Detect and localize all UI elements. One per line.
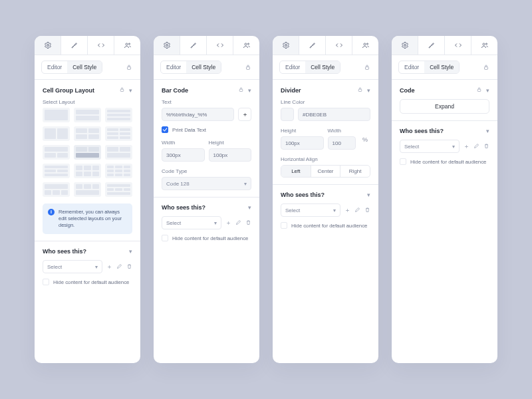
tab-people-icon[interactable]: [233, 36, 259, 55]
layout-tile[interactable]: [105, 108, 132, 122]
svg-point-17: [485, 43, 487, 45]
tab-settings-icon[interactable]: [154, 36, 180, 55]
chevron-down-icon[interactable]: ▾: [248, 204, 251, 211]
audience-select[interactable]: Select▾: [162, 216, 221, 229]
chevron-down-icon[interactable]: ▾: [129, 87, 132, 94]
lock-icon[interactable]: [481, 63, 491, 72]
line-color-input[interactable]: #DBE0EB: [298, 108, 370, 121]
height-input[interactable]: 100px: [209, 148, 252, 162]
svg-point-12: [366, 43, 368, 45]
tab-code-icon[interactable]: [88, 36, 114, 55]
layout-tile[interactable]: [74, 182, 101, 197]
width-input[interactable]: 300px: [162, 148, 205, 162]
layout-tile[interactable]: [105, 182, 132, 197]
tab-people-icon[interactable]: [114, 36, 140, 55]
tab-brush-icon[interactable]: [180, 36, 207, 55]
hide-checkbox[interactable]: [43, 279, 49, 285]
audience-select[interactable]: Select▾: [281, 203, 340, 217]
add-icon[interactable]: ＋: [225, 219, 231, 227]
tab-brush-icon[interactable]: [299, 36, 326, 55]
lock-icon[interactable]: [243, 63, 253, 72]
tab-brush-icon[interactable]: [61, 36, 88, 55]
text-label: Text: [162, 99, 251, 105]
pencil-icon[interactable]: [116, 263, 122, 271]
lock-icon[interactable]: [476, 86, 482, 94]
tab-editor[interactable]: Editor: [399, 61, 424, 73]
tab-settings-icon[interactable]: [35, 36, 61, 55]
height-input[interactable]: 100px: [281, 136, 324, 150]
hide-checkbox[interactable]: [400, 158, 406, 165]
add-icon[interactable]: ＋: [344, 206, 350, 215]
add-icon[interactable]: ＋: [106, 263, 112, 271]
chevron-down-icon[interactable]: ▾: [486, 128, 489, 134]
pencil-icon[interactable]: [473, 143, 479, 150]
tab-cell-style[interactable]: Cell Style: [305, 61, 340, 73]
layout-tile-selected[interactable]: [74, 145, 101, 160]
align-left[interactable]: Left: [281, 166, 311, 177]
tab-settings-icon[interactable]: [273, 36, 299, 55]
layout-tile[interactable]: [43, 126, 70, 141]
tab-editor[interactable]: Editor: [280, 61, 305, 73]
tab-cell-style[interactable]: Cell Style: [67, 61, 102, 73]
layout-tile[interactable]: [105, 145, 132, 160]
layout-tile[interactable]: [105, 126, 132, 141]
trash-icon[interactable]: [245, 219, 251, 227]
trash-icon[interactable]: [483, 143, 489, 150]
audience-select[interactable]: Select▾: [400, 140, 460, 153]
chevron-down-icon[interactable]: ▾: [248, 87, 251, 94]
trash-icon[interactable]: [126, 263, 132, 271]
tab-code-icon[interactable]: [207, 36, 233, 55]
layout-tile[interactable]: [43, 182, 70, 197]
lock-icon[interactable]: [357, 86, 363, 94]
tab-brush-icon[interactable]: [418, 36, 445, 55]
hide-checkbox[interactable]: [162, 235, 168, 241]
lock-icon[interactable]: [238, 86, 244, 94]
layout-tile[interactable]: [105, 164, 132, 178]
lock-icon[interactable]: [362, 63, 372, 72]
layout-tile[interactable]: [43, 164, 70, 178]
tab-code-icon[interactable]: [445, 36, 471, 55]
lock-icon[interactable]: [119, 86, 125, 94]
svg-point-16: [483, 43, 485, 45]
layout-tile[interactable]: [74, 126, 101, 141]
print-data-checkbox[interactable]: [162, 126, 168, 133]
tab-editor[interactable]: Editor: [42, 61, 67, 73]
tab-editor[interactable]: Editor: [161, 61, 186, 73]
tab-cell-style[interactable]: Cell Style: [186, 61, 221, 73]
chevron-down-icon[interactable]: ▾: [486, 87, 489, 94]
tab-cell-style[interactable]: Cell Style: [424, 61, 459, 73]
tab-people-icon[interactable]: [352, 36, 378, 55]
layout-tile[interactable]: [43, 145, 70, 160]
panel-barcode: EditorCell Style Bar Code▾ Text %%birthd…: [154, 36, 259, 363]
layout-tile[interactable]: [74, 164, 101, 178]
trash-icon[interactable]: [364, 207, 370, 214]
section-title: Cell Group Layout: [43, 87, 94, 94]
pencil-icon[interactable]: [354, 207, 360, 214]
pencil-icon[interactable]: [235, 219, 241, 227]
chevron-down-icon[interactable]: ▾: [129, 248, 132, 255]
section-divider: Divider▾ Line Color #DBE0EB Height100px …: [273, 80, 378, 185]
code-type-select[interactable]: Code 128▾: [162, 177, 251, 190]
layout-tile[interactable]: [74, 108, 101, 122]
expand-button[interactable]: Expand: [400, 99, 489, 114]
tab-people-icon[interactable]: [471, 36, 497, 55]
align-center[interactable]: Center: [311, 166, 341, 177]
editor-cellstyle-segment: Editor Cell Style: [41, 61, 102, 74]
color-swatch[interactable]: [281, 108, 294, 121]
align-right[interactable]: Right: [340, 166, 370, 177]
tab-settings-icon[interactable]: [392, 36, 418, 55]
svg-rect-13: [366, 67, 369, 70]
chevron-down-icon[interactable]: ▾: [367, 192, 370, 198]
svg-point-0: [47, 45, 49, 47]
add-variable-button[interactable]: ＋: [238, 108, 251, 121]
audience-select[interactable]: Select▾: [43, 260, 102, 273]
chevron-down-icon[interactable]: ▾: [367, 87, 370, 94]
layout-tile[interactable]: [43, 108, 70, 122]
width-input[interactable]: 100: [328, 136, 356, 150]
code-type-label: Code Type: [162, 168, 251, 174]
text-input[interactable]: %%birthday_%%: [162, 108, 234, 121]
lock-icon[interactable]: [124, 63, 134, 72]
add-icon[interactable]: ＋: [464, 142, 469, 151]
tab-code-icon[interactable]: [326, 36, 352, 55]
hide-checkbox[interactable]: [281, 222, 287, 229]
